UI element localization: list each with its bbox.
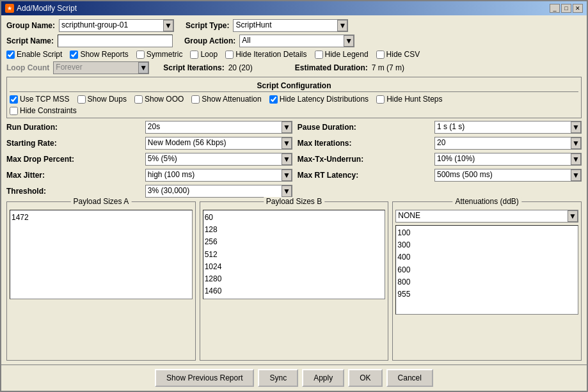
- script-iterations-label: Script Iterations:: [163, 63, 224, 72]
- loop-count-combo: Forever ▼: [53, 61, 149, 74]
- row-loop-iterations: Loop Count Forever ▼ Script Iterations: …: [6, 61, 582, 74]
- script-name-input[interactable]: my-script: [58, 35, 173, 47]
- script-type-combo[interactable]: ScriptHunt ▼: [233, 19, 348, 32]
- maximize-button[interactable]: □: [561, 4, 571, 13]
- use-tcp-mss-label: Use TCP MSS: [20, 95, 70, 104]
- group-action-arrow[interactable]: ▼: [344, 35, 354, 47]
- close-button[interactable]: ✕: [573, 4, 583, 13]
- payload-b-value-3: 256: [205, 236, 384, 248]
- show-attenuation-checkbox[interactable]: [191, 95, 200, 104]
- params-grid: Run Duration: 20s ▼ Pause Duration: 1 s …: [6, 121, 582, 198]
- max-jitter-combo[interactable]: high (100 ms) ▼: [145, 169, 292, 182]
- max-iterations-combo[interactable]: 20 ▼: [434, 137, 582, 150]
- payload-b-value-7: 1460: [205, 285, 384, 297]
- hide-iteration-checkbox[interactable]: [225, 51, 234, 59]
- hide-latency-item: Hide Latency Distributions: [269, 95, 369, 104]
- threshold-label: Threshold:: [6, 187, 140, 196]
- show-reports-label: Show Reports: [80, 50, 128, 59]
- loop-item: Loop: [190, 50, 218, 59]
- script-config-header: Script Configuration: [10, 80, 578, 92]
- max-drop-label: Max Drop Percent:: [6, 155, 140, 164]
- main-window: ★ Add/Modify Script _ □ ✕ Group Name: sc…: [0, 0, 588, 392]
- show-dups-checkbox[interactable]: [77, 95, 86, 104]
- attenuations-arrow[interactable]: ▼: [568, 210, 578, 222]
- estimated-duration-label: Estimated Duration:: [295, 63, 368, 72]
- hide-csv-checkbox[interactable]: [376, 51, 385, 59]
- payload-b-value-1: 60: [205, 212, 384, 224]
- attenuations-list[interactable]: 100 300 400 600 800 955: [395, 225, 578, 315]
- group-name-combo[interactable]: scripthunt-group-01 ▼: [59, 19, 174, 32]
- max-rt-arrow[interactable]: ▼: [571, 169, 581, 181]
- atten-value-5: 800: [397, 276, 576, 288]
- pause-duration-combo[interactable]: 1 s (1 s) ▼: [434, 121, 582, 134]
- hide-hunt-checkbox[interactable]: [376, 95, 385, 104]
- payload-b-group: Payload Sizes B 60 128 256 512 1024 1280…: [200, 201, 389, 361]
- symmetric-checkbox[interactable]: [136, 51, 145, 59]
- max-drop-combo[interactable]: 5% (5%) ▼: [145, 153, 292, 166]
- run-duration-label: Run Duration:: [6, 123, 140, 132]
- apply-button[interactable]: Apply: [302, 369, 344, 387]
- max-jitter-value: high (100 ms): [146, 169, 282, 181]
- hide-legend-item: Hide Legend: [315, 50, 369, 59]
- minimize-button[interactable]: _: [550, 4, 560, 13]
- payload-a-list[interactable]: 1472: [10, 210, 193, 299]
- row-group-script-type: Group Name: scripthunt-group-01 ▼ Script…: [6, 19, 582, 32]
- hide-legend-checkbox[interactable]: [315, 51, 323, 59]
- show-reports-checkbox[interactable]: [70, 51, 78, 59]
- attenuations-title: Attenuations (ddB): [452, 197, 521, 206]
- window-icon: ★: [5, 4, 14, 13]
- enable-script-checkbox[interactable]: [6, 51, 15, 59]
- payload-a-title: Payload Sizes A: [70, 197, 131, 206]
- group-action-combo[interactable]: All ▼: [239, 35, 354, 47]
- starting-rate-combo[interactable]: New Modem (56 Kbps) ▼: [145, 137, 292, 150]
- threshold-combo[interactable]: 3% (30,000) ▼: [145, 185, 292, 198]
- threshold-value: 3% (30,000): [146, 185, 282, 197]
- starting-rate-arrow[interactable]: ▼: [282, 137, 292, 149]
- hide-latency-checkbox[interactable]: [269, 95, 278, 104]
- script-type-arrow[interactable]: ▼: [337, 20, 347, 31]
- script-name-label: Script Name:: [6, 36, 54, 45]
- max-iterations-arrow[interactable]: ▼: [571, 137, 581, 149]
- threshold-arrow[interactable]: ▼: [282, 185, 292, 197]
- hide-hunt-item: Hide Hunt Steps: [376, 95, 442, 104]
- use-tcp-mss-item: Use TCP MSS: [10, 95, 70, 104]
- max-iterations-value: 20: [435, 137, 571, 149]
- show-ooo-checkbox[interactable]: [134, 95, 143, 104]
- loop-count-arrow: ▼: [138, 62, 148, 74]
- starting-rate-label: Starting Rate:: [6, 139, 140, 148]
- max-tx-combo[interactable]: 10% (10%) ▼: [434, 153, 582, 166]
- cancel-button[interactable]: Cancel: [386, 369, 433, 387]
- loop-count-value: Forever: [54, 62, 138, 74]
- ok-button[interactable]: OK: [348, 369, 382, 387]
- loop-checkbox[interactable]: [190, 51, 198, 59]
- max-jitter-arrow[interactable]: ▼: [282, 169, 292, 181]
- symmetric-label: Symmetric: [147, 50, 183, 59]
- group-name-arrow[interactable]: ▼: [163, 20, 173, 31]
- pause-duration-arrow[interactable]: ▼: [571, 122, 581, 133]
- sync-button[interactable]: Sync: [258, 369, 298, 387]
- loop-label: Loop: [200, 50, 218, 59]
- group-name-value: scripthunt-group-01: [60, 20, 163, 31]
- hide-constraints-checkbox[interactable]: [10, 107, 18, 115]
- max-tx-value: 10% (10%): [435, 153, 571, 165]
- show-previous-button[interactable]: Show Previous Report: [155, 369, 254, 387]
- payload-b-value-8: 1472: [205, 297, 384, 299]
- max-rt-combo[interactable]: 500ms (500 ms) ▼: [434, 169, 582, 182]
- estimated-duration-value: 7 m (7 m): [372, 63, 404, 72]
- hide-constraints-item: Hide Constraints: [10, 106, 77, 115]
- run-duration-arrow[interactable]: ▼: [282, 122, 292, 133]
- bottom-bar: Show Previous Report Sync Apply OK Cance…: [1, 365, 587, 391]
- enable-script-label: Enable Script: [17, 50, 62, 59]
- run-duration-combo[interactable]: 20s ▼: [145, 121, 292, 134]
- payload-b-list[interactable]: 60 128 256 512 1024 1280 1460 1472 1514: [203, 210, 386, 299]
- attenuations-value: NONE: [396, 210, 568, 222]
- max-drop-arrow[interactable]: ▼: [282, 153, 292, 165]
- max-tx-arrow[interactable]: ▼: [571, 153, 581, 165]
- starting-rate-value: New Modem (56 Kbps): [146, 137, 282, 149]
- attenuations-combo[interactable]: NONE ▼: [395, 210, 578, 223]
- use-tcp-mss-checkbox[interactable]: [10, 95, 18, 104]
- payload-b-title: Payload Sizes B: [264, 197, 324, 206]
- atten-value-1: 100: [397, 227, 576, 239]
- max-iterations-label: Max Iterations:: [298, 139, 429, 148]
- hide-constraints-label: Hide Constraints: [20, 106, 77, 115]
